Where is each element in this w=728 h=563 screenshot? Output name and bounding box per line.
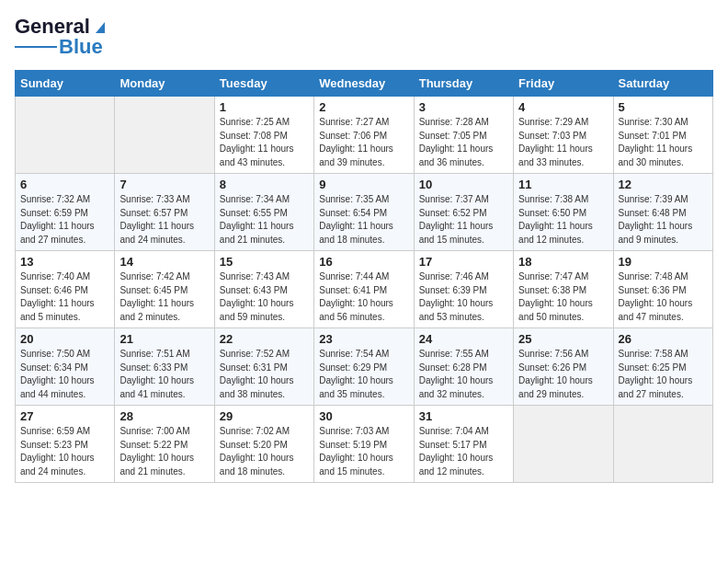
column-header-friday: Friday	[514, 71, 613, 97]
calendar-cell: 19Sunrise: 7:48 AMSunset: 6:36 PMDayligh…	[613, 251, 712, 328]
calendar-cell: 14Sunrise: 7:42 AMSunset: 6:45 PMDayligh…	[115, 251, 214, 328]
calendar-cell: 23Sunrise: 7:54 AMSunset: 6:29 PMDayligh…	[314, 328, 414, 406]
day-number: 25	[518, 332, 608, 346]
calendar-cell: 1Sunrise: 7:25 AMSunset: 7:08 PMDaylight…	[214, 97, 313, 174]
logo: General Blue	[15, 15, 108, 59]
calendar-cell: 17Sunrise: 7:46 AMSunset: 6:39 PMDayligh…	[414, 251, 513, 328]
calendar-cell	[613, 406, 712, 483]
day-number: 5	[619, 100, 708, 114]
day-number: 22	[220, 332, 309, 346]
day-info: Sunrise: 7:00 AMSunset: 5:22 PMDaylight:…	[119, 425, 209, 478]
day-info: Sunrise: 7:28 AMSunset: 7:05 PMDaylight:…	[419, 116, 508, 169]
day-info: Sunrise: 7:43 AMSunset: 6:43 PMDaylight:…	[220, 270, 309, 324]
calendar-cell: 13Sunrise: 7:40 AMSunset: 6:46 PMDayligh…	[16, 251, 115, 328]
day-number: 9	[319, 178, 408, 191]
calendar-header-row: SundayMondayTuesdayWednesdayThursdayFrid…	[16, 71, 713, 97]
calendar-cell: 6Sunrise: 7:32 AMSunset: 6:59 PMDaylight…	[16, 174, 115, 251]
calendar-cell: 26Sunrise: 7:58 AMSunset: 6:25 PMDayligh…	[613, 328, 712, 406]
day-info: Sunrise: 7:33 AMSunset: 6:57 PMDaylight:…	[119, 193, 209, 247]
day-info: Sunrise: 7:47 AMSunset: 6:38 PMDaylight:…	[518, 270, 608, 324]
calendar-cell: 20Sunrise: 7:50 AMSunset: 6:34 PMDayligh…	[16, 328, 115, 406]
day-info: Sunrise: 7:37 AMSunset: 6:52 PMDaylight:…	[419, 193, 508, 247]
calendar-cell: 8Sunrise: 7:34 AMSunset: 6:55 PMDaylight…	[214, 174, 313, 251]
day-number: 11	[518, 178, 608, 191]
day-info: Sunrise: 7:42 AMSunset: 6:45 PMDaylight:…	[119, 270, 209, 324]
calendar-cell: 25Sunrise: 7:56 AMSunset: 6:26 PMDayligh…	[514, 328, 613, 406]
svg-marker-0	[96, 22, 105, 33]
calendar-cell	[514, 406, 613, 483]
day-info: Sunrise: 7:54 AMSunset: 6:29 PMDaylight:…	[319, 348, 408, 401]
day-info: Sunrise: 7:02 AMSunset: 5:20 PMDaylight:…	[220, 425, 309, 478]
day-info: Sunrise: 7:38 AMSunset: 6:50 PMDaylight:…	[518, 193, 608, 247]
calendar-cell: 7Sunrise: 7:33 AMSunset: 6:57 PMDaylight…	[115, 174, 214, 251]
day-number: 24	[419, 332, 508, 346]
calendar-cell: 2Sunrise: 7:27 AMSunset: 7:06 PMDaylight…	[314, 97, 414, 174]
day-info: Sunrise: 7:27 AMSunset: 7:06 PMDaylight:…	[319, 116, 408, 169]
calendar-cell: 3Sunrise: 7:28 AMSunset: 7:05 PMDaylight…	[414, 97, 513, 174]
calendar-table: SundayMondayTuesdayWednesdayThursdayFrid…	[15, 70, 713, 483]
calendar-cell: 11Sunrise: 7:38 AMSunset: 6:50 PMDayligh…	[514, 174, 613, 251]
day-info: Sunrise: 7:55 AMSunset: 6:28 PMDaylight:…	[419, 348, 508, 401]
day-number: 18	[518, 255, 608, 269]
day-number: 7	[119, 178, 209, 191]
day-number: 10	[419, 178, 508, 191]
column-header-sunday: Sunday	[16, 71, 115, 97]
day-info: Sunrise: 7:46 AMSunset: 6:39 PMDaylight:…	[419, 270, 508, 324]
day-number: 28	[119, 409, 209, 423]
day-number: 4	[518, 100, 608, 114]
calendar-cell: 12Sunrise: 7:39 AMSunset: 6:48 PMDayligh…	[613, 174, 712, 251]
calendar-cell: 10Sunrise: 7:37 AMSunset: 6:52 PMDayligh…	[414, 174, 513, 251]
column-header-tuesday: Tuesday	[214, 71, 313, 97]
column-header-wednesday: Wednesday	[314, 71, 414, 97]
calendar-cell: 24Sunrise: 7:55 AMSunset: 6:28 PMDayligh…	[414, 328, 513, 406]
day-info: Sunrise: 7:35 AMSunset: 6:54 PMDaylight:…	[319, 193, 408, 247]
day-number: 14	[119, 255, 209, 269]
day-info: Sunrise: 7:29 AMSunset: 7:03 PMDaylight:…	[518, 116, 608, 169]
day-info: Sunrise: 7:25 AMSunset: 7:08 PMDaylight:…	[220, 116, 309, 169]
day-info: Sunrise: 7:48 AMSunset: 6:36 PMDaylight:…	[619, 270, 708, 324]
day-info: Sunrise: 7:40 AMSunset: 6:46 PMDaylight:…	[20, 270, 109, 324]
logo-triangle-icon	[92, 18, 108, 35]
calendar-cell: 21Sunrise: 7:51 AMSunset: 6:33 PMDayligh…	[115, 328, 214, 406]
calendar-cell: 28Sunrise: 7:00 AMSunset: 5:22 PMDayligh…	[115, 406, 214, 483]
calendar-cell: 27Sunrise: 6:59 AMSunset: 5:23 PMDayligh…	[16, 406, 115, 483]
calendar-cell: 15Sunrise: 7:43 AMSunset: 6:43 PMDayligh…	[214, 251, 313, 328]
calendar-cell: 9Sunrise: 7:35 AMSunset: 6:54 PMDaylight…	[314, 174, 414, 251]
day-info: Sunrise: 7:44 AMSunset: 6:41 PMDaylight:…	[319, 270, 408, 324]
day-number: 2	[319, 100, 408, 114]
day-number: 1	[220, 100, 309, 114]
day-info: Sunrise: 6:59 AMSunset: 5:23 PMDaylight:…	[20, 425, 109, 478]
day-number: 12	[619, 178, 708, 191]
calendar-week-1: 1Sunrise: 7:25 AMSunset: 7:08 PMDaylight…	[16, 97, 713, 174]
calendar-cell: 5Sunrise: 7:30 AMSunset: 7:01 PMDaylight…	[613, 97, 712, 174]
calendar-cell: 4Sunrise: 7:29 AMSunset: 7:03 PMDaylight…	[514, 97, 613, 174]
day-number: 29	[220, 409, 309, 423]
day-number: 27	[20, 409, 109, 423]
logo-blue-text: Blue	[59, 35, 103, 59]
day-info: Sunrise: 7:52 AMSunset: 6:31 PMDaylight:…	[220, 348, 309, 401]
day-number: 19	[619, 255, 708, 269]
day-info: Sunrise: 7:30 AMSunset: 7:01 PMDaylight:…	[619, 116, 708, 169]
day-number: 6	[20, 178, 109, 191]
day-info: Sunrise: 7:04 AMSunset: 5:17 PMDaylight:…	[419, 425, 508, 478]
calendar-cell	[115, 97, 214, 174]
column-header-thursday: Thursday	[414, 71, 513, 97]
day-number: 21	[119, 332, 209, 346]
day-number: 17	[419, 255, 508, 269]
day-info: Sunrise: 7:34 AMSunset: 6:55 PMDaylight:…	[220, 193, 309, 247]
day-number: 31	[419, 409, 508, 423]
calendar-week-4: 20Sunrise: 7:50 AMSunset: 6:34 PMDayligh…	[16, 328, 713, 406]
day-number: 15	[220, 255, 309, 269]
day-number: 26	[619, 332, 708, 346]
day-info: Sunrise: 7:03 AMSunset: 5:19 PMDaylight:…	[319, 425, 408, 478]
calendar-cell: 31Sunrise: 7:04 AMSunset: 5:17 PMDayligh…	[414, 406, 513, 483]
day-info: Sunrise: 7:56 AMSunset: 6:26 PMDaylight:…	[518, 348, 608, 401]
day-number: 16	[319, 255, 408, 269]
calendar-cell	[16, 97, 115, 174]
calendar-cell: 30Sunrise: 7:03 AMSunset: 5:19 PMDayligh…	[314, 406, 414, 483]
calendar-week-2: 6Sunrise: 7:32 AMSunset: 6:59 PMDaylight…	[16, 174, 713, 251]
calendar-week-3: 13Sunrise: 7:40 AMSunset: 6:46 PMDayligh…	[16, 251, 713, 328]
calendar-cell: 16Sunrise: 7:44 AMSunset: 6:41 PMDayligh…	[314, 251, 414, 328]
page-header: General Blue	[15, 15, 713, 59]
day-info: Sunrise: 7:51 AMSunset: 6:33 PMDaylight:…	[119, 348, 209, 401]
